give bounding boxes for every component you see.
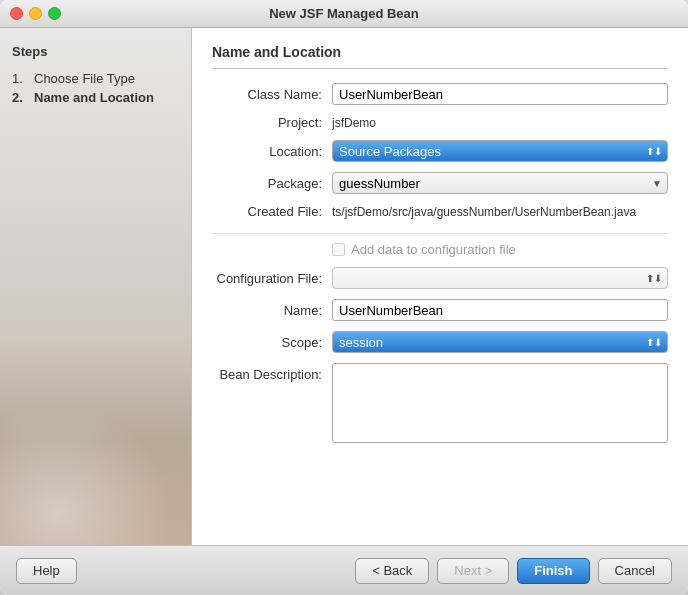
package-select[interactable]: guessNumber [332,172,668,194]
config-file-row: Configuration File: ⬆⬇ [212,267,668,289]
traffic-lights [10,7,61,20]
add-data-row: Add data to configuration file [212,233,668,257]
location-select[interactable]: Source Packages Test Packages [332,140,668,162]
created-file-label: Created File: [212,204,332,219]
class-name-input[interactable] [332,83,668,105]
location-row: Location: Source Packages Test Packages … [212,140,668,162]
next-button[interactable]: Next > [437,558,509,584]
project-value: jsfDemo [332,116,668,130]
add-data-label: Add data to configuration file [351,242,516,257]
sidebar-step-2: 2. Name and Location [12,88,179,107]
step-1-num: 1. [12,71,28,86]
add-data-checkbox[interactable] [332,243,345,256]
name-label: Name: [212,303,332,318]
bean-desc-row: Bean Description: [212,363,668,443]
bottom-bar: Help < Back Next > Finish Cancel [0,545,688,595]
bean-desc-input[interactable] [332,363,668,443]
cancel-button[interactable]: Cancel [598,558,672,584]
scope-select-container: session request application none ⬆⬇ [332,331,668,353]
class-name-row: Class Name: [212,83,668,105]
sidebar-step-1: 1. Choose File Type [12,69,179,88]
config-file-select-container: ⬆⬇ [332,267,668,289]
package-label: Package: [212,176,332,191]
config-file-label: Configuration File: [212,271,332,286]
sidebar-heading: Steps [12,44,179,59]
name-row: Name: [212,299,668,321]
step-1-label: Choose File Type [34,71,135,86]
location-select-container: Source Packages Test Packages ⬆⬇ [332,140,668,162]
class-name-label: Class Name: [212,87,332,102]
window-title: New JSF Managed Bean [269,6,419,21]
step-2-label: Name and Location [34,90,154,105]
sidebar: Steps 1. Choose File Type 2. Name and Lo… [0,28,192,545]
name-input[interactable] [332,299,668,321]
location-label: Location: [212,144,332,159]
project-label: Project: [212,115,332,130]
created-file-value: ts/jsfDemo/src/java/guessNumber/UserNumb… [332,205,668,219]
steps-list: 1. Choose File Type 2. Name and Location [12,69,179,107]
step-2-num: 2. [12,90,28,105]
sidebar-decoration [0,385,191,545]
content-area: Name and Location Class Name: Project: j… [192,28,688,545]
package-row: Package: guessNumber ▼ [212,172,668,194]
created-file-row: Created File: ts/jsfDemo/src/java/guessN… [212,204,668,219]
config-file-select[interactable] [332,267,668,289]
minimize-button[interactable] [29,7,42,20]
title-bar: New JSF Managed Bean [0,0,688,28]
scope-row: Scope: session request application none … [212,331,668,353]
scope-label: Scope: [212,335,332,350]
scope-select[interactable]: session request application none [332,331,668,353]
project-row: Project: jsfDemo [212,115,668,130]
maximize-button[interactable] [48,7,61,20]
finish-button[interactable]: Finish [517,558,589,584]
package-select-container: guessNumber ▼ [332,172,668,194]
back-button[interactable]: < Back [355,558,429,584]
close-button[interactable] [10,7,23,20]
main-layout: Steps 1. Choose File Type 2. Name and Lo… [0,28,688,545]
dialog-window: New JSF Managed Bean Steps 1. Choose Fil… [0,0,688,595]
content-title: Name and Location [212,44,668,69]
bean-desc-label: Bean Description: [212,363,332,382]
help-button[interactable]: Help [16,558,77,584]
